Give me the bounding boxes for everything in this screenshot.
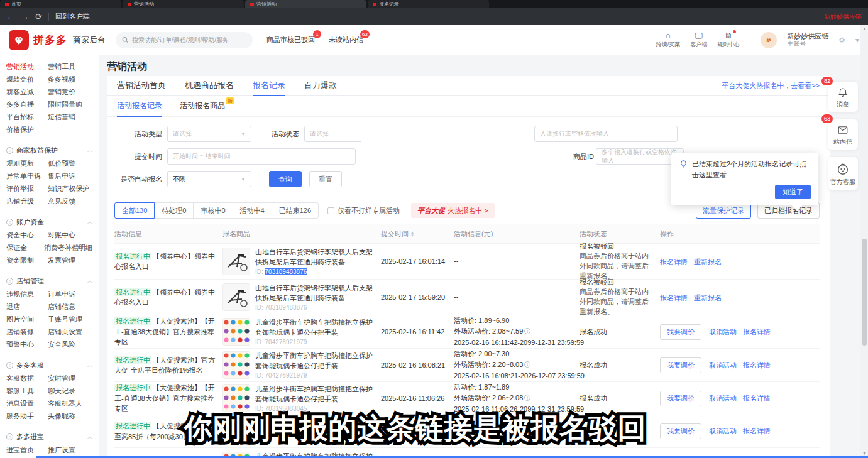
auto-signup-select[interactable]: 不限▼ [167, 171, 251, 187]
status-pill[interactable]: 待处理0 [154, 202, 194, 219]
product-id-value[interactable]: 704276921979 [265, 372, 307, 379]
unread-mail-link[interactable]: 未读站内信 63 [329, 35, 363, 45]
sort-icon[interactable]: ▲▼ [410, 231, 414, 237]
sidebar-item[interactable]: 客服机器人 [48, 399, 89, 408]
product-id-value[interactable]: 703195083045 [265, 405, 307, 412]
action-link[interactable]: 重新报名 [694, 294, 722, 302]
sidebar-item[interactable]: 多多视频 [48, 75, 82, 84]
product-id-value[interactable]: 703189483876 [265, 304, 307, 311]
rule-center-entry[interactable]: 🗎 规则中心 [717, 31, 740, 49]
adjust-price-button[interactable]: 我要调价 [660, 357, 701, 373]
search-input[interactable] [132, 36, 246, 43]
tab-activity-goods[interactable]: 活动报名商品 新 [180, 96, 225, 117]
sidebar-item[interactable]: 营销工具 [48, 62, 82, 72]
sidebar-item[interactable]: 异常单申诉 [6, 172, 48, 181]
action-link[interactable]: 报名详情 [743, 361, 771, 369]
activity-id-input[interactable]: 入请换行或空格依次输入 [534, 126, 678, 142]
site-mail-shortcut[interactable]: 63 站内信 [828, 119, 858, 150]
action-link[interactable]: 报名详情 [743, 395, 771, 402]
browser-tab[interactable]: 首页 [0, 0, 121, 8]
action-link[interactable]: 报名详情 [743, 328, 771, 335]
back-to-client-link[interactable]: 回到客户端 [55, 12, 90, 21]
sidebar-item[interactable]: 多多直播 [6, 100, 48, 109]
sidebar-item[interactable]: 预警中心 [6, 340, 48, 349]
adjust-price-button[interactable]: 我要调价 [660, 391, 701, 406]
forward-icon[interactable]: → [21, 13, 29, 21]
sidebar-item[interactable]: 限时限量购 [48, 100, 89, 109]
sidebar-item[interactable]: 店铺信息 [48, 302, 82, 312]
chevron-down-icon[interactable]: ▾ [855, 36, 859, 45]
sidebar-group-title[interactable]: ○多多进宝︿ [6, 430, 99, 444]
sidebar-item[interactable]: 发票管理 [48, 256, 82, 265]
activity-type-select[interactable]: 请选择▼ [167, 126, 251, 142]
sidebar-item[interactable]: 资金限制 [6, 256, 48, 265]
info-icon[interactable]: i [524, 361, 530, 368]
sidebar-item[interactable]: 客服数据 [6, 374, 48, 383]
client-app-entry[interactable]: 🖵 客户端 [690, 31, 707, 49]
back-icon[interactable]: ← [6, 13, 14, 21]
crossborder-entry[interactable]: ⌂ 跨境/买菜 [656, 31, 681, 49]
official-service-shortcut[interactable]: 官方客服 [828, 157, 858, 190]
sidebar-item[interactable]: 头像昵称 [48, 412, 82, 421]
sidebar-item[interactable]: 评价举报 [6, 184, 48, 194]
sidebar-item[interactable]: 营销活动 [6, 62, 48, 72]
sidebar-item[interactable]: 图片空间 [6, 315, 48, 324]
action-link[interactable]: 取消活动 [709, 328, 737, 335]
action-link[interactable]: 报名详情 [660, 258, 688, 266]
page-tab[interactable]: 报名记录 [253, 76, 285, 96]
sidebar-item[interactable]: 消息设置 [6, 399, 48, 408]
sidebar-item[interactable]: 消费者补偿明细 [44, 243, 99, 253]
sidebar-item[interactable]: 店铺装修 [6, 327, 48, 337]
status-pill[interactable]: 全部130 [114, 202, 155, 219]
sidebar-item[interactable]: 新客立减 [6, 87, 48, 97]
sidebar-item[interactable]: 子账号管理 [48, 315, 89, 324]
sidebar-item[interactable]: 保证金 [6, 243, 44, 253]
action-link[interactable]: 重新报名 [694, 258, 722, 266]
product-id-value[interactable]: 703189483876 [265, 268, 307, 275]
sidebar-item[interactable]: 进宝首页 [6, 445, 48, 455]
sidebar-item[interactable]: 退店 [6, 302, 48, 312]
review-rejected-link[interactable]: 商品审核已驳回 1 [266, 35, 315, 45]
sidebar-item[interactable]: 营销竞价 [48, 87, 82, 97]
settings-gear-icon[interactable]: ⚙ [838, 36, 845, 45]
sidebar-item[interactable]: 规则更新 [6, 159, 48, 168]
collapse-icon[interactable]: ︿ [87, 147, 92, 154]
sidebar-item[interactable]: 低价预警 [48, 159, 82, 168]
sidebar-item[interactable]: 资金中心 [6, 231, 48, 240]
hot-promo-tag[interactable]: 平台大促 火热报名中 > [411, 203, 494, 218]
checkbox-icon[interactable] [327, 207, 334, 214]
sidebar-group-title[interactable]: ○商家权益保护︿ [6, 143, 99, 157]
tab-activity-record[interactable]: 活动报名记录 [117, 96, 162, 117]
sidebar-item[interactable]: 聊天记录 [48, 386, 82, 396]
status-pill[interactable]: 审核中0 [193, 202, 233, 219]
sidebar-item[interactable]: 店铺页设置 [48, 327, 89, 337]
adjust-price-button[interactable]: 我要调价 [660, 423, 701, 439]
sidebar-group-title[interactable]: ○账户资金︿ [6, 215, 99, 229]
browser-tab[interactable]: 营销活动 [123, 0, 244, 8]
info-icon[interactable]: i [524, 395, 530, 401]
action-link[interactable]: 报名详情 [660, 294, 688, 302]
page-scrollbar[interactable]: ▲ ▼ [860, 25, 868, 458]
account-avatar[interactable]: 妙 [761, 32, 777, 48]
page-tab[interactable]: 营销活动首页 [117, 76, 166, 96]
browser-tab[interactable]: 报名记录 [368, 0, 489, 8]
sidebar-item[interactable]: 客服工具 [6, 386, 48, 396]
promo-campaign-link[interactable]: 平台大促火热报名中，去看看>> [722, 81, 820, 90]
collapse-icon[interactable]: ︿ [87, 278, 92, 285]
goods-id-input[interactable]: 多个输入请换行或空格依次输入 [596, 148, 684, 165]
status-pill[interactable]: 已结束126 [272, 202, 319, 219]
adjust-price-button[interactable]: 我要调价 [660, 324, 701, 340]
sidebar-item[interactable]: 意见反馈 [48, 197, 82, 206]
product-id-value[interactable]: 704276921979 [265, 339, 307, 346]
sidebar-item[interactable]: 安全风险 [48, 340, 82, 349]
query-button[interactable]: 查询 [269, 171, 302, 187]
sidebar-group-title[interactable]: ○店铺管理︿ [6, 274, 99, 288]
collapse-icon[interactable]: ︿ [87, 219, 92, 226]
page-tab[interactable]: 机遇商品报名 [185, 76, 234, 96]
browser-tab[interactable]: 营销活动 [245, 0, 366, 8]
scroll-down-icon[interactable]: ▼ [860, 451, 868, 455]
submit-time-range-input[interactable]: 开始时间 ~ 结束时间 [167, 148, 356, 165]
sidebar-item[interactable]: 爆款竞价 [6, 75, 48, 84]
global-search[interactable] [116, 32, 253, 48]
scrollbar-thumb[interactable] [862, 239, 867, 346]
